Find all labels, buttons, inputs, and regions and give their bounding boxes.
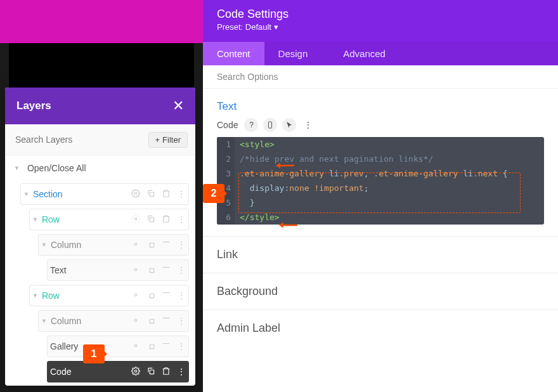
code-text: .prev [339, 169, 364, 178]
code-text: .et-anime-gallery [240, 169, 324, 178]
svg-point-8 [134, 294, 137, 296]
svg-rect-5 [150, 243, 153, 247]
tab-design[interactable]: Design [264, 42, 322, 65]
duplicate-icon[interactable] [146, 316, 155, 327]
help-icon[interactable]: ? [244, 118, 258, 132]
text-section-heading[interactable]: Text [203, 89, 558, 118]
trash-icon[interactable] [162, 240, 171, 251]
layer-row-actions: ⋮ [131, 341, 186, 352]
duplicate-icon[interactable] [146, 291, 155, 301]
duplicate-icon[interactable] [146, 367, 155, 377]
gear-icon[interactable] [131, 240, 140, 251]
filter-button[interactable]: + Filter [148, 132, 188, 148]
trash-icon[interactable] [162, 189, 171, 200]
code-text: ; [364, 183, 369, 193]
plus-icon: + [155, 135, 160, 145]
code-text: </style> [240, 212, 280, 222]
more-icon[interactable]: ⋮ [177, 265, 186, 275]
gear-icon[interactable] [131, 367, 140, 377]
gear-icon[interactable] [131, 265, 140, 276]
layer-section[interactable]: ▼ Section ⋮ [20, 183, 189, 205]
svg-rect-11 [150, 319, 153, 323]
tab-content[interactable]: Content [203, 42, 264, 65]
code-text: } [240, 198, 254, 207]
duplicate-icon[interactable] [146, 189, 155, 200]
layer-column[interactable]: ▼ Column ⋮ [38, 310, 189, 332]
preset-dropdown[interactable]: Preset: Default ▾ [217, 22, 544, 32]
chevron-down-icon: ▼ [14, 165, 20, 171]
layer-label: Row [42, 213, 131, 226]
gear-icon[interactable] [131, 341, 140, 352]
page-bg-black [9, 43, 194, 88]
gear-icon[interactable] [131, 316, 140, 327]
layers-header: Layers ✕ [5, 88, 195, 124]
duplicate-icon[interactable] [146, 240, 155, 251]
more-icon[interactable]: ⋮ [177, 341, 186, 351]
trash-icon[interactable] [162, 341, 171, 352]
layers-title: Layers [16, 100, 51, 112]
close-icon[interactable]: ✕ [172, 99, 184, 113]
more-icon[interactable]: ⋮ [177, 291, 186, 301]
trash-icon[interactable] [162, 367, 171, 377]
search-layers-input[interactable] [13, 131, 145, 148]
open-close-label: Open/Close All [27, 163, 86, 173]
marker-number: 2 [211, 188, 217, 199]
trash-icon[interactable] [162, 291, 171, 301]
more-icon[interactable]: ⋮ [177, 214, 186, 225]
settings-title: Code Settings [217, 8, 544, 21]
annotation-arrow-icon [276, 161, 297, 170]
annotation-marker-2: 2 [203, 184, 224, 203]
layer-module-gallery[interactable]: Gallery ⋮ [47, 336, 189, 357]
svg-point-6 [134, 268, 137, 271]
code-text: !important [309, 183, 364, 193]
more-icon[interactable]: ⋮ [177, 316, 186, 326]
more-icon[interactable]: ⋮ [177, 240, 186, 250]
gear-icon[interactable] [131, 291, 140, 301]
svg-point-2 [134, 218, 137, 220]
trash-icon[interactable] [162, 214, 171, 225]
more-icon[interactable]: ⋮ [177, 367, 186, 377]
gear-icon[interactable] [131, 189, 140, 200]
settings-header: Code Settings Preset: Default ▾ [203, 0, 558, 42]
layer-row-actions: ⋮ [131, 189, 186, 200]
code-option-icons: ? ⋮ [244, 118, 315, 132]
search-options[interactable]: Search Options [203, 65, 558, 89]
code-editor[interactable]: 1<style> 2/*hide prev and next paginatio… [217, 137, 544, 225]
code-text: .et-anime-gallery [373, 169, 458, 178]
admin-label-section-heading[interactable]: Admin Label [203, 310, 558, 346]
layer-module-code[interactable]: Code ⋮ [47, 361, 189, 382]
trash-icon[interactable] [162, 265, 171, 276]
background-section-heading[interactable]: Background [203, 273, 558, 310]
phone-icon[interactable] [263, 118, 277, 132]
trash-icon[interactable] [162, 316, 171, 327]
layer-column[interactable]: ▼ Column ⋮ [38, 234, 189, 256]
settings-content: Text Code ? ⋮ 1<style> 2/*hide prev and … [203, 89, 558, 392]
code-label: Code [217, 120, 238, 130]
duplicate-icon[interactable] [146, 214, 155, 225]
hover-icon[interactable] [282, 118, 296, 132]
tab-advanced[interactable]: Advanced [329, 42, 399, 65]
code-text: display [240, 183, 284, 193]
chevron-down-icon: ▾ [274, 22, 278, 32]
link-section-heading[interactable]: Link [203, 236, 558, 273]
layer-module-text[interactable]: Text ⋮ [47, 259, 189, 281]
duplicate-icon[interactable] [146, 341, 155, 352]
svg-rect-3 [150, 218, 153, 221]
layer-row-actions: ⋮ [131, 265, 186, 276]
code-text: .next [473, 169, 498, 178]
svg-marker-19 [276, 163, 280, 169]
annotation-arrow-icon [279, 221, 301, 230]
more-icon[interactable]: ⋮ [177, 189, 186, 199]
open-close-all[interactable]: ▼ Open/Close All [5, 155, 195, 180]
gear-icon[interactable] [131, 214, 140, 225]
settings-tabs: Content Design Advanced [203, 42, 558, 65]
layer-row[interactable]: ▼ Row ⋮ [29, 209, 189, 230]
duplicate-icon[interactable] [146, 265, 155, 276]
layer-label: Text [50, 264, 131, 277]
layer-row[interactable]: ▼ Row ⋮ [29, 285, 189, 306]
layer-label: Row [42, 289, 131, 302]
preset-label: Preset: Default [217, 22, 271, 32]
more-icon[interactable]: ⋮ [301, 120, 315, 130]
chevron-down-icon: ▼ [23, 191, 29, 197]
annotation-marker-1: 1 [83, 344, 105, 363]
